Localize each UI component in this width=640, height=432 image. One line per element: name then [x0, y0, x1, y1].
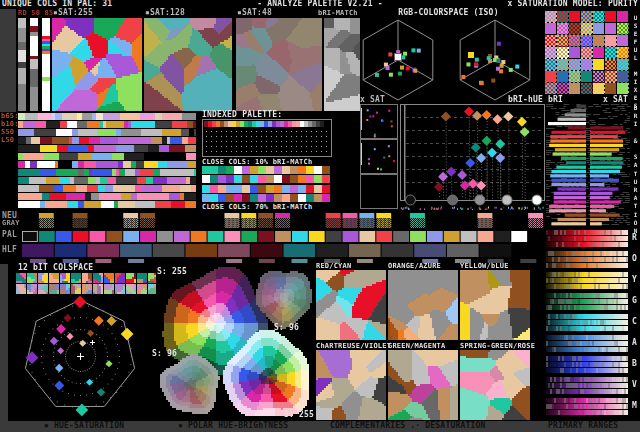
histogram-bars-canvas [18, 18, 52, 111]
strip-label-b65: b65: [1, 113, 19, 120]
disc-label-s96-b: S: 96 [152, 350, 177, 358]
bri-saturation-vertical-label: BRI & SATURATION [631, 104, 639, 235]
footer-primary-ranges: PRIMARY RANGES [548, 422, 618, 430]
sat-128-label: ▪SAT:128 [145, 9, 185, 17]
indexed-palette-canvas [202, 119, 332, 157]
sat-255-label: ▪SAT:255 [53, 9, 93, 17]
colspace-strips-canvas [16, 273, 156, 295]
model-prefix: x [508, 0, 518, 8]
useful-mixes-vertical-label: USEFUL MIXES [631, 14, 639, 110]
range-letter-c: C [632, 318, 637, 326]
colspace-title: 12 bIT COLSPACE [18, 264, 93, 272]
gray-row-label: GRAY [2, 220, 20, 227]
comp-label-chartreuse-violet: ChARTREUSE/VIOLET [316, 343, 391, 350]
footer-complementaries: COMPLEMENTARIES .· DESATURATION [330, 422, 486, 430]
range-letter-b: B [632, 360, 637, 368]
range-letter-y: Y [632, 276, 637, 284]
footer-hue-saturation: ▪ HUE-SATURATION [44, 422, 124, 430]
rgb-cubes-canvas [350, 16, 545, 104]
range-letter-r: R [632, 234, 637, 242]
color-strips-canvas [18, 113, 196, 209]
disc-label-s96-a: S: 96 [274, 324, 299, 332]
range-letter-g: G [632, 297, 637, 305]
polar-discs-canvas [150, 266, 315, 420]
strip-label-s50: S50 [1, 129, 14, 136]
palette-analyzer-app: UNIQUE COLS IN PAL: 31 - ANALYZE PALETTE… [0, 0, 640, 432]
sat-48-label: ▪SAT:48 [237, 9, 272, 17]
strip-label-l50: L50 [1, 137, 14, 144]
primary-ranges-canvas [546, 230, 628, 420]
range-letter-o: O [632, 255, 637, 263]
swatch-rows-canvas [22, 212, 545, 264]
sat128-voronoi-canvas [144, 18, 232, 111]
sat48-voronoi-canvas [236, 18, 322, 111]
hlf-row-label: HLF [2, 246, 17, 254]
rgb-colorspace-title: RGB-COLORSPACE (ISO) [352, 9, 545, 17]
indexed-palette-title: INDEXED PALETTE: [202, 111, 282, 119]
xsat-scatter-canvas [360, 104, 398, 210]
hue-sat-radar-canvas [12, 296, 154, 418]
comp-label-orange-azure: ORANGE/AZURE [388, 263, 441, 270]
sat255-voronoi-canvas [52, 18, 142, 111]
useful-mixes-canvas [545, 11, 629, 94]
bri-hue-label: bRI-hUE [460, 96, 543, 104]
strip-label-b10: b10: [1, 121, 19, 128]
range-letter-m: M [632, 402, 637, 410]
comp-label-green-magenta: GREEN/MAGENTA [388, 343, 445, 350]
footer-polar-hue-brightness: ▪ POLAR HUE-BRIGhTNESS [178, 422, 288, 430]
disc-label-s255-b: S: 255 [284, 411, 314, 419]
range-letter-v: V [632, 381, 637, 389]
histogram-bars-label: RD 50 85 [18, 10, 53, 17]
range-letter-a: A [632, 339, 637, 347]
comp-label-red-cyan: RED/CYAN [316, 263, 351, 270]
xsat-panel-label: x SAT [360, 96, 385, 104]
bri-hue-chart-canvas [400, 104, 545, 210]
tornado-chart-canvas [546, 104, 630, 226]
saturation-model-label: SATURATION MODEL: PURITY [518, 0, 638, 8]
tornado-sat-label: x SAT [560, 96, 628, 104]
comp-label-spring-green-rose: SPRING-GREEN/ROSE [460, 343, 535, 350]
disc-label-s255-a: S: 255 [157, 268, 187, 276]
close-cols-canvas [202, 166, 334, 202]
close-cols-70-label: CLOSE COLS: 70% bRI-MATCh [202, 204, 312, 211]
pal-row-label: PAL [2, 231, 17, 239]
close-cols-10-label: CLOSE COLS: 10% bRI-MATCh [202, 159, 312, 166]
comp-label-yellow-blue: YELLOW/bLUE [460, 263, 509, 270]
